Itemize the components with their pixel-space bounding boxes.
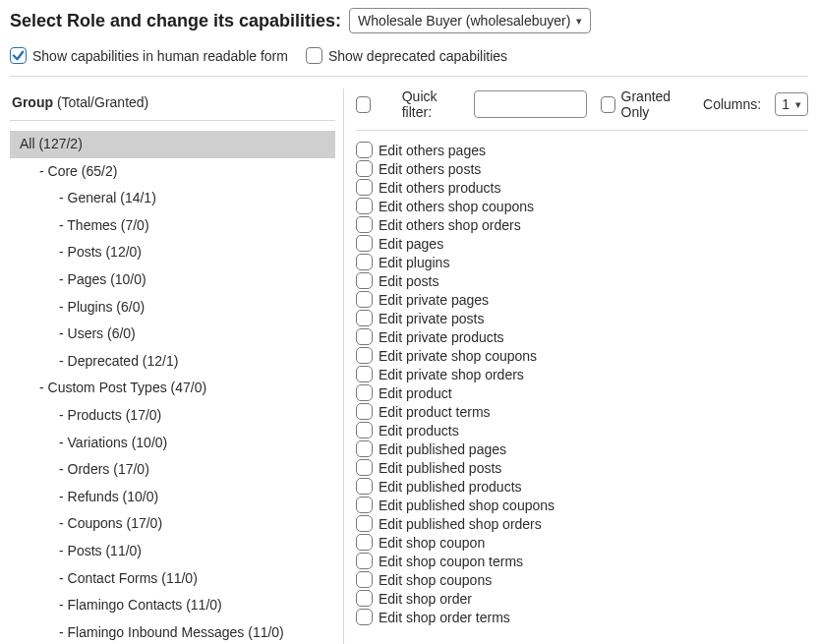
capability-checkbox[interactable]	[356, 422, 373, 439]
capability-row: Edit private pages	[356, 290, 808, 309]
capability-row: Edit posts	[356, 271, 808, 290]
tree-item[interactable]: - Posts (12/0)	[10, 239, 335, 266]
capability-row: Edit published pages	[356, 439, 808, 458]
capability-checkbox[interactable]	[356, 366, 373, 382]
capability-label: Edit pages	[379, 237, 443, 251]
capability-row: Edit others shop orders	[356, 215, 808, 234]
tree-item[interactable]: - Coupons (17/0)	[10, 510, 335, 538]
select-all-checkbox[interactable]	[356, 96, 371, 113]
capability-label: Edit others pages	[379, 144, 486, 157]
tree-item[interactable]: - Refunds (10/0)	[10, 484, 335, 511]
role-select[interactable]: Wholesale Buyer (wholesalebuyer) ▾	[349, 8, 591, 33]
capability-row: Edit published shop coupons	[356, 496, 808, 514]
capability-checkbox[interactable]	[356, 440, 373, 457]
capability-row: Edit private products	[356, 327, 808, 346]
tree-item-label: - Refunds (10/0)	[59, 489, 158, 504]
tree-item[interactable]: - Deprecated (12/1)	[10, 348, 335, 376]
capability-label: Edit shop coupons	[379, 573, 492, 587]
tree-item-label: - Users (6/0)	[59, 325, 136, 341]
capability-row: Edit private shop orders	[356, 365, 808, 383]
capability-checkbox[interactable]	[356, 534, 373, 551]
capability-row: Edit shop coupon terms	[356, 552, 808, 570]
tree-item-label: - Products (17/0)	[59, 407, 161, 423]
capability-label: Edit shop order terms	[379, 611, 510, 624]
capability-checkbox[interactable]	[356, 160, 373, 177]
tree-item-label: - Posts (12/0)	[59, 244, 142, 260]
capability-checkbox[interactable]	[356, 478, 373, 495]
capability-checkbox[interactable]	[356, 590, 373, 607]
capabilities-pane: Quick filter: Granted Only Columns: 1 ▾ …	[344, 88, 808, 626]
human-readable-label: Show capabilities in human readable form	[32, 48, 288, 64]
capability-checkbox[interactable]	[356, 235, 373, 252]
capability-checkbox[interactable]	[356, 515, 373, 532]
tree-item[interactable]: - Pages (10/0)	[10, 266, 335, 294]
page-title: Select Role and change its capabilities:	[10, 11, 341, 31]
capability-label: Edit product terms	[379, 405, 491, 419]
tree-item[interactable]: - General (14/1)	[10, 185, 335, 212]
columns-label: Columns:	[703, 96, 761, 112]
capability-label: Edit product	[379, 386, 452, 400]
tree-item-label: - Contact Forms (11/0)	[59, 570, 198, 586]
header-row: Select Role and change its capabilities:…	[10, 8, 808, 33]
tree-item[interactable]: - Products (17/0)	[10, 402, 335, 430]
capability-checkbox[interactable]	[356, 328, 373, 345]
capability-checkbox[interactable]	[356, 347, 373, 364]
columns-value: 1	[782, 96, 789, 112]
capability-checkbox[interactable]	[356, 216, 373, 233]
capability-row: Edit product terms	[356, 402, 808, 421]
group-header-bold: Group	[12, 94, 53, 110]
filter-row: Quick filter: Granted Only Columns: 1 ▾	[356, 88, 808, 131]
capability-checkbox[interactable]	[356, 384, 373, 401]
capability-checkbox[interactable]	[356, 142, 373, 158]
checkbox-icon	[10, 47, 27, 64]
columns-select[interactable]: 1 ▾	[775, 92, 808, 116]
group-header: Group (Total/Granted)	[10, 88, 335, 121]
tree-item[interactable]: - Contact Forms (11/0)	[10, 565, 335, 593]
capability-checkbox[interactable]	[356, 254, 373, 270]
tree-item-label: - Custom Post Types (47/0)	[39, 380, 206, 395]
tree-item[interactable]: - Core (65/2)	[10, 158, 335, 186]
capability-checkbox[interactable]	[356, 571, 373, 588]
capability-row: Edit private shop coupons	[356, 346, 808, 365]
main-area: Group (Total/Granted) All (127/2)- Core …	[10, 88, 808, 644]
capability-label: Edit published posts	[379, 461, 501, 475]
tree-item[interactable]: - Custom Post Types (47/0)	[10, 375, 335, 402]
tree-item[interactable]: - Posts (11/0)	[10, 538, 335, 565]
capability-checkbox[interactable]	[356, 497, 373, 513]
chevron-down-icon: ▾	[795, 98, 801, 111]
tree-item-label: - General (14/1)	[59, 190, 156, 205]
capability-label: Edit others posts	[379, 162, 481, 176]
capability-checkbox[interactable]	[356, 198, 373, 214]
capability-row: Edit published products	[356, 477, 808, 496]
capability-checkbox[interactable]	[356, 403, 373, 420]
chevron-down-icon: ▾	[576, 15, 582, 28]
options-row: Show capabilities in human readable form…	[10, 47, 808, 77]
tree-item[interactable]: All (127/2)	[10, 131, 335, 158]
capability-row: Edit shop coupon	[356, 533, 808, 552]
capability-label: Edit private products	[379, 330, 504, 344]
capability-row: Edit plugins	[356, 253, 808, 271]
capability-checkbox[interactable]	[356, 272, 373, 289]
tree-item[interactable]: - Flamingo Inbound Messages (11/0)	[10, 619, 335, 644]
tree-item[interactable]: - Flamingo Contacts (11/0)	[10, 592, 335, 619]
capability-row: Edit published shop orders	[356, 514, 808, 533]
capability-checkbox[interactable]	[356, 291, 373, 308]
capability-checkbox[interactable]	[356, 179, 373, 196]
tree-item[interactable]: - Themes (7/0)	[10, 212, 335, 240]
capability-row: Edit others posts	[356, 159, 808, 178]
tree-item[interactable]: - Variations (10/0)	[10, 430, 335, 457]
capability-checkbox[interactable]	[356, 310, 373, 326]
capability-checkbox[interactable]	[356, 609, 373, 625]
human-readable-checkbox[interactable]: Show capabilities in human readable form	[10, 47, 288, 64]
capability-row: Edit products	[356, 421, 808, 439]
granted-only-checkbox[interactable]: Granted Only	[601, 88, 689, 120]
tree-item[interactable]: - Plugins (6/0)	[10, 294, 335, 322]
capability-row: Edit others products	[356, 178, 808, 197]
deprecated-checkbox[interactable]: Show deprecated capabilities	[306, 47, 507, 64]
capability-checkbox[interactable]	[356, 459, 373, 476]
tree-item[interactable]: - Orders (17/0)	[10, 456, 335, 484]
tree-item[interactable]: - Users (6/0)	[10, 321, 335, 348]
quick-filter-input[interactable]	[474, 90, 587, 118]
checkbox-icon	[306, 47, 322, 64]
capability-checkbox[interactable]	[356, 553, 373, 569]
